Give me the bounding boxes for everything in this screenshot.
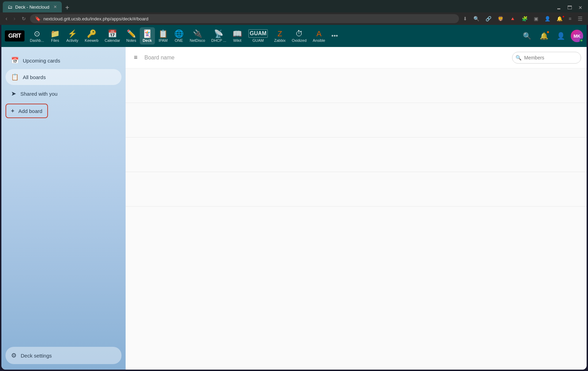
maximize-button[interactable]: 🗖 <box>565 4 575 11</box>
nav-item-notes[interactable]: ✏️ Notes <box>124 27 139 45</box>
window-controls: 🗕 🗖 ✕ <box>553 4 585 12</box>
members-search-container: 🔍 <box>512 52 581 64</box>
allboards-icon: 📋 <box>11 73 19 81</box>
header-right: 🔍 🔔 👤 MK <box>520 29 583 43</box>
address-bar[interactable]: 🔖 nextcloud.grit.ucsb.edu/index.php/apps… <box>30 14 459 23</box>
allboards-label: All boards <box>23 74 46 80</box>
sidebar: 📅 Upcoming cards 📋 All boards ➤ Shared w… <box>1 47 126 370</box>
search-button[interactable]: 🔍 <box>520 29 534 43</box>
nav-item-activity[interactable]: ⚡ Activity <box>63 27 81 45</box>
settings-label: Deck settings <box>21 353 52 359</box>
deck-icon: 🃏 <box>143 29 152 38</box>
extensions-icon[interactable]: 🧩 <box>520 15 530 23</box>
forward-button[interactable]: › <box>11 14 17 23</box>
nav-item-guam[interactable]: GUAM GUAM <box>246 27 271 45</box>
activity-icon: ⚡ <box>68 29 77 38</box>
share-icon[interactable]: 🔗 <box>483 15 493 23</box>
close-button[interactable]: ✕ <box>576 4 585 11</box>
one-label: ONE <box>175 38 183 42</box>
add-board-button[interactable]: + Add board <box>6 104 48 118</box>
dashboard-label: Dashb... <box>30 38 44 42</box>
members-search-icon: 🔍 <box>516 55 521 60</box>
active-tab[interactable]: 🗂 Deck - Nextcloud ✕ <box>3 1 62 12</box>
deck-label: Deck <box>143 38 152 42</box>
avatar-initials: MK <box>574 34 580 39</box>
upcoming-label: Upcoming cards <box>23 58 60 64</box>
menu-icon[interactable]: ☰ <box>576 14 585 23</box>
tab-close-icon[interactable]: ✕ <box>53 4 57 9</box>
strikethrough-icon[interactable]: ≡ <box>567 15 574 23</box>
calendar-icon: 📅 <box>108 29 117 38</box>
sidebar-item-upcoming[interactable]: 📅 Upcoming cards <box>6 53 121 68</box>
address-bar-row: ‹ › ↻ 🔖 nextcloud.grit.ucsb.edu/index.ph… <box>0 12 588 25</box>
nav-item-wikit[interactable]: 📖 Wikit <box>230 27 245 45</box>
keeweb-icon: 🔑 <box>87 29 96 38</box>
nav-item-one[interactable]: 🌐 ONE <box>172 27 186 45</box>
browser-window: 🗂 Deck - Nextcloud ✕ + 🗕 🗖 ✕ ‹ › ↻ 🔖 nex… <box>0 0 588 371</box>
brave-rewards-icon[interactable]: 🔺 <box>508 15 518 23</box>
sidebar-item-shared[interactable]: ➤ Shared with you <box>6 86 121 102</box>
netdisco-icon: 🔌 <box>193 29 202 38</box>
ansible-icon: A <box>316 29 322 38</box>
contacts-button[interactable]: 👤 <box>554 29 568 43</box>
nav-item-zabbix[interactable]: Z Zabbix <box>271 27 288 45</box>
files-icon: 📁 <box>50 29 60 38</box>
wikit-icon: 📖 <box>233 29 242 38</box>
settings-icon: ⚙ <box>11 352 17 359</box>
notes-label: Notes <box>126 38 136 42</box>
new-tab-button[interactable]: + <box>62 3 72 12</box>
app-wrapper: GRIT ⊙ Dashb... 📁 Files ⚡ Activity 🔑 Kee… <box>1 25 587 370</box>
minimize-button[interactable]: 🗕 <box>553 4 564 11</box>
tab-title: Deck - Nextcloud <box>15 4 49 10</box>
brave-shield-icon[interactable]: 🦁 <box>496 15 506 23</box>
more-apps-button[interactable]: ••• <box>329 30 341 42</box>
deck-settings-button[interactable]: ⚙ Deck settings <box>6 347 121 364</box>
content-row-5 <box>126 207 587 370</box>
calendar-label: Calendar <box>105 38 120 42</box>
sidebar-toggle-icon[interactable]: ▣ <box>532 15 540 23</box>
zoom-icon[interactable]: 🔍 <box>471 15 481 23</box>
nav-item-ipam[interactable]: 📋 IPAM <box>156 27 171 45</box>
notes-icon: ✏️ <box>127 29 136 38</box>
nav-item-dashboard[interactable]: ⊙ Dashb... <box>27 27 47 45</box>
content-row-3 <box>126 137 587 172</box>
app-body: 📅 Upcoming cards 📋 All boards ➤ Shared w… <box>1 47 587 370</box>
dhcp-label: DHCP ... <box>211 38 226 42</box>
members-input[interactable] <box>512 52 581 64</box>
tab-bar: 🗂 Deck - Nextcloud ✕ + 🗕 🗖 ✕ <box>0 0 588 12</box>
zabbix-icon: Z <box>277 29 282 38</box>
notifications-button[interactable]: 🔔 <box>537 29 551 43</box>
user-avatar[interactable]: MK <box>571 30 583 42</box>
download-icon[interactable]: ⬇ <box>461 15 469 23</box>
board-name-label: Board name <box>145 55 508 61</box>
tab-favicon: 🗂 <box>8 4 12 10</box>
hamburger-icon: ≡ <box>134 54 138 61</box>
ansible-label: Ansible <box>313 38 325 42</box>
bookmark-icon: 🔖 <box>35 16 41 21</box>
content-row-4 <box>126 172 587 207</box>
sidebar-toggle-button[interactable]: ≡ <box>131 51 140 64</box>
nav-item-keeweb[interactable]: 🔑 Keeweb <box>82 27 101 45</box>
nav-item-ansible[interactable]: A Ansible <box>310 27 328 45</box>
profile-icon[interactable]: 👤 <box>542 15 552 23</box>
nav-item-netdisco[interactable]: 🔌 NetDisco <box>187 27 208 45</box>
add-board-icon: + <box>11 108 14 114</box>
nav-item-oxidized[interactable]: ⏱ Oxidized <box>289 27 309 45</box>
dashboard-icon: ⊙ <box>34 29 40 38</box>
wikit-label: Wikit <box>233 38 242 42</box>
reload-button[interactable]: ↻ <box>20 15 28 23</box>
nav-item-dhcp[interactable]: 📡 DHCP ... <box>208 27 229 45</box>
avatar-status-dot <box>580 39 583 42</box>
upcoming-icon: 📅 <box>11 57 19 64</box>
nav-item-files[interactable]: 📁 Files <box>48 27 63 45</box>
ipam-icon: 📋 <box>158 29 168 38</box>
back-button[interactable]: ‹ <box>3 14 9 23</box>
sidebar-item-allboards[interactable]: 📋 All boards <box>6 69 121 85</box>
nc-logo: GRIT <box>5 30 24 41</box>
nav-item-deck[interactable]: 🃏 Deck <box>140 27 155 45</box>
one-icon: 🌐 <box>174 29 184 38</box>
netdisco-label: NetDisco <box>190 38 205 42</box>
notification-icon[interactable]: 🔔● <box>555 15 565 23</box>
nav-item-calendar[interactable]: 📅 Calendar <box>102 27 123 45</box>
guam-label: GUAM <box>253 38 264 42</box>
